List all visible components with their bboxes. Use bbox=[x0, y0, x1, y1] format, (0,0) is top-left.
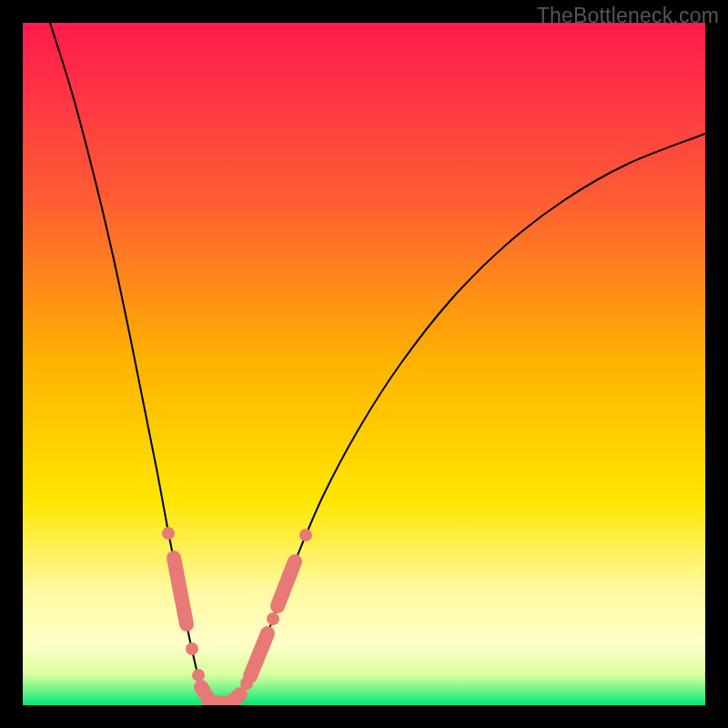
marker-dot bbox=[162, 527, 175, 540]
marker-dot bbox=[267, 612, 279, 625]
marker-dot bbox=[192, 669, 205, 682]
marker-dot bbox=[299, 529, 312, 541]
chart-frame: TheBottleneck.com bbox=[0, 0, 728, 728]
marker-capsule bbox=[232, 694, 240, 702]
watermark-text: TheBottleneck.com bbox=[537, 4, 719, 28]
gradient-background bbox=[23, 23, 705, 705]
chart-svg bbox=[23, 23, 705, 705]
plot-area bbox=[23, 23, 705, 705]
marker-dot bbox=[186, 642, 198, 655]
